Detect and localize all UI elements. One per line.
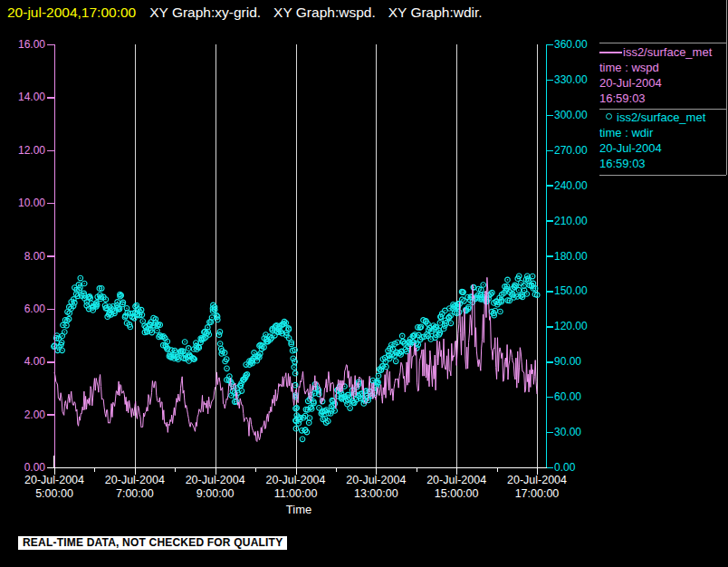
- y-left-tick-label: 0.00: [0, 461, 45, 474]
- legend-right-border: [726, 0, 727, 175]
- y-right-tick-label: 0.00: [554, 461, 575, 474]
- x-tick-label: 20-Jul-2004 13:00:00: [332, 474, 419, 501]
- x-tick-label: 20-Jul-2004 5:00:00: [11, 474, 98, 501]
- y-right-tick-label: 60.00: [554, 390, 581, 403]
- y-left-tick-label: 14.00: [0, 91, 45, 103]
- x-tick-label: 20-Jul-2004 17:00:00: [493, 474, 580, 501]
- wspd-variable: time : wspd: [599, 60, 726, 75]
- x-axis-title: Time: [263, 503, 335, 516]
- quality-disclaimer: REAL-TIME DATA, NOT CHECKED FOR QUALITY: [18, 536, 287, 550]
- y-right-tick-label: 240.00: [554, 179, 588, 192]
- y-left-tick-label: 6.00: [0, 303, 45, 315]
- y-right-tick-label: 270.00: [554, 144, 588, 157]
- y-right-tick-label: 180.00: [554, 250, 588, 263]
- y-left-tick-label: 16.00: [0, 38, 45, 51]
- legend-entry-wdir: iss2/surface_met time : wdir 20-Jul-2004…: [599, 110, 726, 171]
- legend-divider: [599, 43, 726, 43]
- y-right-tick-label: 90.00: [554, 355, 581, 368]
- x-tick-label: 20-Jul-2004 7:00:00: [91, 474, 178, 501]
- y-right-tick-label: 150.00: [554, 284, 588, 297]
- wdir-source: iss2/surface_met: [617, 111, 705, 124]
- wspd-date: 20-Jul-2004: [599, 75, 726, 91]
- wdir-variable: time : wdir: [599, 125, 726, 140]
- y-right-tick-label: 330.00: [554, 73, 588, 86]
- y-left-tick-label: 2.00: [0, 408, 45, 421]
- x-tick-label: 20-Jul-2004 11:00:00: [253, 474, 340, 501]
- wspd-line-swatch: [599, 52, 622, 53]
- wdir-time: 16:59:03: [599, 156, 726, 171]
- y-right-tick-label: 120.00: [554, 320, 588, 332]
- wspd-source: iss2/surface_met: [623, 45, 712, 59]
- y-right-tick-label: 360.00: [554, 38, 588, 51]
- y-left-tick-label: 8.00: [0, 250, 45, 263]
- y-left-tick-label: 10.00: [0, 197, 45, 209]
- wdir-marker-swatch: [606, 113, 612, 120]
- x-tick-label: 20-Jul-2004 9:00:00: [172, 474, 259, 501]
- y-right-tick-label: 210.00: [554, 215, 588, 227]
- y-left-tick-label: 12.00: [0, 144, 45, 157]
- axes: [47, 44, 553, 475]
- legend: iss2/surface_met time : wspd 20-Jul-2004…: [599, 0, 728, 181]
- legend-entry-wspd: iss2/surface_met time : wspd 20-Jul-2004…: [599, 44, 726, 106]
- y-left-tick-label: 4.00: [0, 355, 45, 368]
- wdir-date: 20-Jul-2004: [599, 140, 726, 156]
- y-right-tick-label: 30.00: [554, 426, 581, 438]
- wspd-time: 16:59:03: [599, 91, 726, 106]
- y-right-tick-label: 300.00: [554, 109, 588, 121]
- app-window: 20-jul-2004,17:00:00XY Graph:xy-grid.XY …: [0, 0, 728, 567]
- x-tick-label: 20-Jul-2004 15:00:00: [413, 474, 500, 501]
- legend-divider: [599, 175, 726, 176]
